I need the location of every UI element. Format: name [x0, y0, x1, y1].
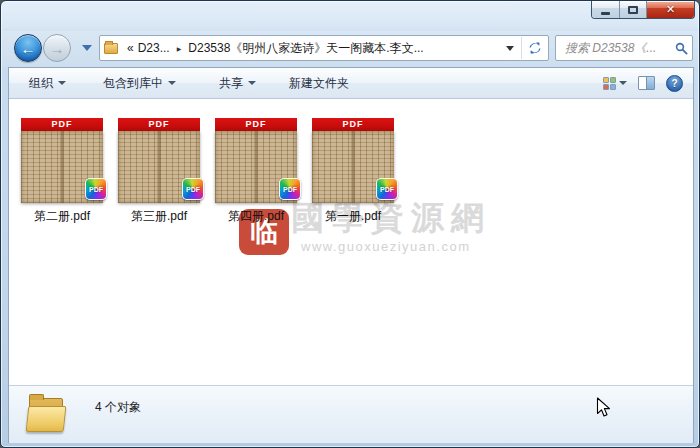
pdf-thumbnail: PDF PDF: [215, 118, 297, 203]
pdf-badge-icon: PDF: [376, 178, 398, 200]
navigation-bar: ← → « D23... ▶ D23538《明州八家选诗》天一阁藏本.李文...: [2, 31, 698, 67]
chevron-down-icon: [619, 81, 627, 85]
new-folder-button[interactable]: 新建文件夹: [289, 68, 349, 98]
chevron-down-icon: [168, 81, 176, 85]
organize-button[interactable]: 组织: [29, 68, 66, 98]
share-label: 共享: [219, 75, 243, 92]
refresh-icon: [528, 41, 542, 55]
caption-buttons: ✕: [591, 1, 695, 19]
refresh-button[interactable]: [522, 36, 548, 60]
preview-pane-button[interactable]: [638, 76, 655, 90]
window-body: 组织 包含到库中 共享 新建文件夹 ?: [8, 67, 694, 443]
file-name[interactable]: 第四册.pdf: [215, 208, 297, 225]
pdf-thumbnail: PDF PDF: [21, 118, 103, 203]
new-folder-label: 新建文件夹: [289, 75, 349, 92]
views-button[interactable]: [603, 77, 627, 90]
pdf-badge-icon: PDF: [182, 178, 204, 200]
maximize-icon: [628, 6, 638, 14]
share-button[interactable]: 共享: [219, 68, 256, 98]
back-arrow-icon: ←: [21, 41, 36, 56]
close-button[interactable]: ✕: [647, 1, 694, 18]
toolbar-right-group: ?: [603, 68, 683, 98]
include-in-library-button[interactable]: 包含到库中: [103, 68, 176, 98]
file-name[interactable]: 第三册.pdf: [118, 208, 200, 225]
pdf-thumbnail: PDF PDF: [312, 118, 394, 203]
pdf-thumbnail: PDF PDF: [118, 118, 200, 203]
history-dropdown-icon[interactable]: [82, 45, 92, 51]
folder-icon: [27, 392, 69, 436]
file-item[interactable]: PDF PDF 第三册.pdf: [118, 118, 200, 225]
minimize-button[interactable]: [592, 1, 620, 18]
pdf-badge-icon: PDF: [85, 178, 107, 200]
breadcrumb-separator-icon[interactable]: ▶: [177, 45, 182, 52]
item-count: 4 个对象: [95, 399, 141, 416]
breadcrumb-current[interactable]: D23538《明州八家选诗》天一阁藏本.李文...: [188, 40, 499, 57]
file-item[interactable]: PDF PDF 第一册.pdf: [312, 118, 394, 225]
back-button[interactable]: ←: [14, 34, 42, 62]
chevron-down-icon: [248, 81, 256, 85]
file-name[interactable]: 第二册.pdf: [21, 208, 103, 225]
search-input[interactable]: [563, 40, 675, 56]
pdf-band-label: PDF: [118, 118, 200, 131]
breadcrumb-parent[interactable]: D23...: [138, 41, 170, 55]
file-list-area[interactable]: 临 國學資源網 www.guoxueziyuan.com PDF PDF 第二册…: [9, 99, 693, 385]
pdf-band-label: PDF: [21, 118, 103, 131]
help-button[interactable]: ?: [666, 75, 683, 92]
search-icon: [675, 42, 688, 55]
pdf-band-label: PDF: [312, 118, 394, 131]
folder-icon: [104, 43, 118, 54]
file-name[interactable]: 第一册.pdf: [312, 208, 394, 225]
include-in-library-label: 包含到库中: [103, 75, 163, 92]
file-item[interactable]: PDF PDF 第四册.pdf: [215, 118, 297, 225]
address-dropdown-icon[interactable]: [506, 46, 514, 51]
watermark-site-url: www.guoxueziyuan.com: [301, 239, 470, 254]
organize-label: 组织: [29, 75, 53, 92]
minimize-icon: [601, 12, 610, 15]
help-icon: ?: [671, 78, 677, 89]
command-toolbar: 组织 包含到库中 共享 新建文件夹 ?: [9, 68, 693, 99]
close-icon: ✕: [666, 4, 675, 15]
chevron-down-icon: [58, 81, 66, 85]
maximize-button[interactable]: [620, 1, 647, 18]
forward-button[interactable]: →: [43, 34, 71, 62]
address-bar[interactable]: « D23... ▶ D23538《明州八家选诗》天一阁藏本.李文...: [99, 35, 549, 61]
search-box: [555, 35, 693, 61]
views-grid-icon: [603, 77, 616, 90]
pdf-band-label: PDF: [215, 118, 297, 131]
pdf-badge-icon: PDF: [279, 178, 301, 200]
details-pane: 4 个对象: [9, 385, 693, 443]
forward-arrow-icon: →: [50, 41, 65, 56]
explorer-window: ✕ ← → « D23... ▶ D23538《明州八家选诗》天一阁藏本.李文.…: [0, 0, 700, 448]
file-item[interactable]: PDF PDF 第二册.pdf: [21, 118, 103, 225]
breadcrumb-overflow-chevron[interactable]: «: [127, 41, 134, 55]
